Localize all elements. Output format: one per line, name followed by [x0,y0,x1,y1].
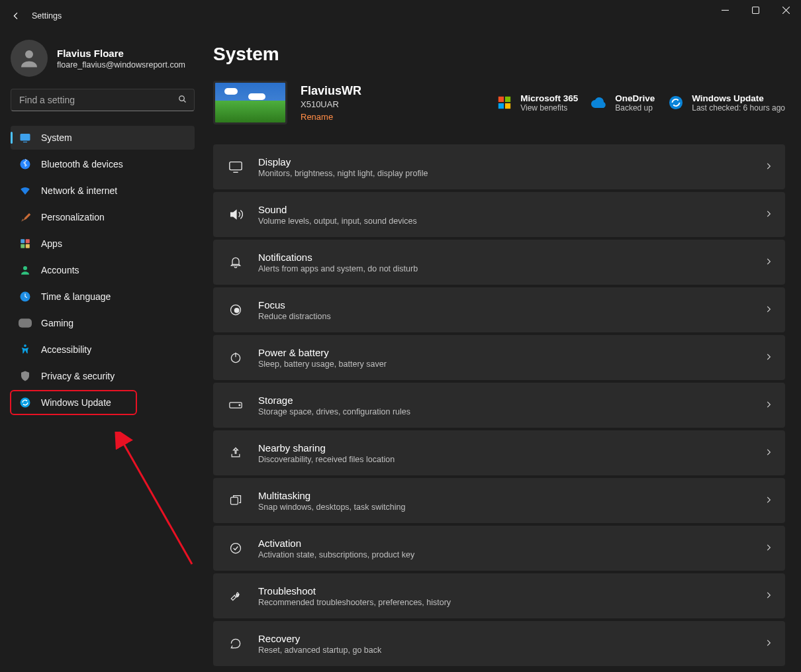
chevron-right-icon [764,400,773,411]
close-button[interactable] [771,0,801,20]
card-nearby[interactable]: Nearby sharing Discoverability, received… [213,430,785,475]
svg-rect-15 [505,97,510,102]
window-title: Settings [32,11,62,21]
search-input[interactable] [18,94,177,106]
sound-icon [226,205,245,224]
card-power[interactable]: Power & battery Sleep, battery usage, ba… [213,335,785,380]
power-icon [226,348,245,367]
chevron-right-icon [764,543,773,554]
back-button[interactable] [0,0,32,32]
nav-time[interactable]: Time & language [11,285,195,309]
card-title: Activation [258,538,764,549]
chevron-right-icon [764,162,773,173]
card-title: Troubleshoot [258,585,764,597]
clock-icon [19,290,32,303]
status-title: OneDrive [615,93,655,103]
nav-list: System Bluetooth & devices Network & int… [11,126,195,414]
svg-rect-7 [26,239,30,243]
card-sub: Monitors, brightness, night light, displ… [258,169,764,178]
nav-apps[interactable]: Apps [11,232,195,256]
avatar [11,40,48,77]
main-content: System FlaviusWR X510UAR Rename Microsof… [204,32,801,672]
svg-rect-9 [26,244,30,248]
user-name: Flavius Floare [57,48,185,59]
card-sub: Reset, advanced startup, go back [258,646,764,655]
nav-label: Personalization [41,212,105,222]
system-icon [19,131,32,144]
minimize-button[interactable] [710,0,740,20]
nav-gaming[interactable]: Gaming [11,311,195,335]
status-sub: Last checked: 6 hours ago [692,103,785,113]
accessibility-icon [19,343,32,356]
recovery-icon [226,634,245,653]
card-title: Sound [258,204,764,215]
nav-network[interactable]: Network & internet [11,179,195,203]
nav-windows-update[interactable]: Windows Update [11,391,136,414]
svg-point-25 [231,544,241,553]
card-sound[interactable]: Sound Volume levels, output, input, soun… [213,192,785,237]
svg-rect-17 [505,103,510,109]
card-multitasking[interactable]: Multitasking Snap windows, desktops, tas… [213,478,785,523]
wifi-icon [19,184,32,197]
rename-link[interactable]: Rename [301,112,361,122]
search-box[interactable] [11,89,195,111]
card-sub: Recommended troubleshooters, preferences… [258,598,764,607]
m365-icon [496,95,512,111]
svg-point-13 [21,398,30,408]
card-sub: Alerts from apps and system, do not dist… [258,264,764,273]
card-focus[interactable]: Focus Reduce distractions [213,287,785,332]
maximize-button[interactable] [740,0,771,20]
nav-bluetooth[interactable]: Bluetooth & devices [11,152,195,176]
nav-personalization[interactable]: Personalization [11,205,195,229]
profile-block[interactable]: Flavius Floare floare_flavius@windowsrep… [11,40,195,77]
status-m365[interactable]: Microsoft 365 View benefits [496,93,578,113]
card-title: Notifications [258,252,764,263]
card-sub: Discoverability, received files location [258,455,764,464]
minimize-icon [722,7,729,14]
svg-rect-24 [231,497,238,504]
svg-rect-8 [21,244,24,248]
back-icon [11,11,21,21]
nav-label: Apps [41,238,62,249]
check-circle-icon [226,539,245,557]
card-sub: Activation state, subscriptions, product… [258,550,764,559]
nav-accessibility[interactable]: Accessibility [11,338,195,361]
device-model: X510UAR [301,99,361,109]
card-troubleshoot[interactable]: Troubleshoot Recommended troubleshooters… [213,573,785,618]
windows-update-icon [19,396,32,409]
status-windows-update[interactable]: Windows Update Last checked: 6 hours ago [668,93,785,113]
card-notifications[interactable]: Notifications Alerts from apps and syste… [213,240,785,285]
card-recovery[interactable]: Recovery Reset, advanced startup, go bac… [213,621,785,666]
card-display[interactable]: Display Monitors, brightness, night ligh… [213,144,785,189]
chevron-right-icon [764,352,773,363]
svg-point-2 [179,96,185,101]
nav-label: Accounts [41,265,79,275]
status-title: Windows Update [692,93,785,103]
card-sub: Storage space, drives, configuration rul… [258,407,764,416]
svg-point-18 [669,96,683,109]
svg-rect-16 [498,103,504,109]
card-sub: Sleep, battery usage, battery saver [258,360,764,369]
card-activation[interactable]: Activation Activation state, subscriptio… [213,526,785,571]
device-thumbnail[interactable] [213,81,287,124]
page-title: System [213,44,785,65]
nav-accounts[interactable]: Accounts [11,258,195,282]
storage-icon [226,396,245,414]
status-onedrive[interactable]: OneDrive Backed up [591,93,655,113]
card-sub: Snap windows, desktops, task switching [258,503,764,512]
nav-privacy[interactable]: Privacy & security [11,364,195,388]
card-title: Power & battery [258,347,764,358]
nav-label: Privacy & security [41,371,115,381]
card-title: Nearby sharing [258,442,764,454]
nav-label: Network & internet [41,185,117,196]
search-icon [177,94,187,106]
card-storage[interactable]: Storage Storage space, drives, configura… [213,383,785,428]
svg-point-23 [239,405,240,406]
svg-rect-4 [23,142,27,142]
svg-rect-0 [752,7,759,13]
brush-icon [19,211,32,224]
nav-system[interactable]: System [11,126,195,150]
card-title: Storage [258,395,764,406]
account-icon [19,264,32,277]
display-icon [226,158,245,176]
